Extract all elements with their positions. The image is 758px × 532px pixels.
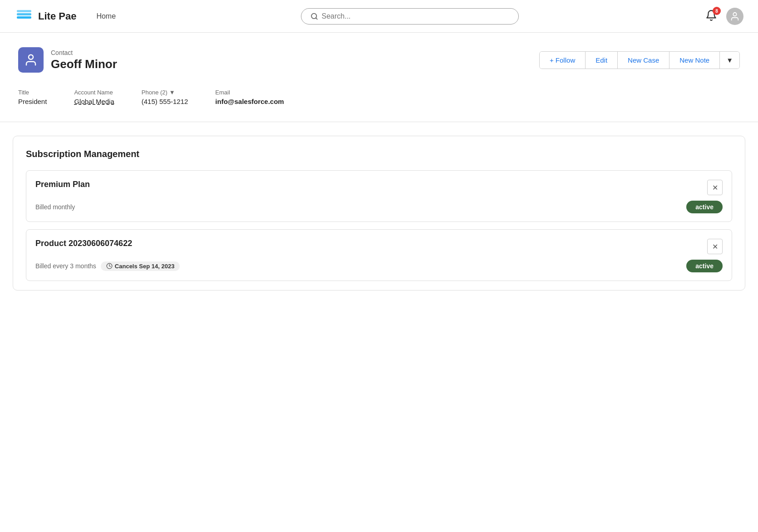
logo-icon [15, 7, 34, 26]
header: Lite Pae Home 8 [0, 0, 758, 33]
contact-section: Contact Geoff Minor + Follow Edit New Ca… [0, 33, 758, 85]
contact-avatar [18, 47, 44, 73]
title-field: Title President [18, 89, 47, 105]
follow-button[interactable]: + Follow [540, 52, 586, 69]
user-avatar-button[interactable] [726, 8, 743, 25]
account-value[interactable]: Global Media [74, 98, 114, 105]
card-2-footer: Billed every 3 months Cancels Sep 14, 20… [35, 260, 723, 272]
header-actions: 8 [704, 8, 743, 25]
card-1-close-button[interactable]: ✕ [707, 180, 723, 195]
new-note-button[interactable]: New Note [669, 52, 720, 69]
search-input[interactable] [322, 12, 509, 20]
close-icon: ✕ [712, 183, 718, 192]
card-2-title: Product 20230606074622 [35, 239, 132, 248]
card-2-close-button[interactable]: ✕ [707, 239, 723, 254]
email-value[interactable]: info@salesforce.com [215, 98, 284, 105]
phone-label: Phone (2) ▼ [142, 89, 188, 96]
card-2-subtitle: Billed every 3 months Cancels Sep 14, 20… [35, 261, 180, 271]
phone-value: (415) 555-1212 [142, 98, 188, 105]
search-area [127, 8, 693, 25]
subscription-card-2: Product 20230606074622 ✕ Billed every 3 … [26, 229, 732, 281]
search-bar [301, 8, 519, 25]
account-label: Account Name [74, 89, 114, 96]
close-icon: ✕ [712, 242, 718, 251]
title-value: President [18, 98, 47, 105]
edit-button[interactable]: Edit [586, 52, 618, 69]
contact-info: Contact Geoff Minor [51, 49, 117, 71]
subscription-section: Subscription Management Premium Plan ✕ B… [13, 136, 745, 291]
contact-fields: Title President Account Name Global Medi… [0, 85, 758, 122]
contact-left: Contact Geoff Minor [18, 47, 117, 73]
search-icon [310, 12, 318, 20]
logo-text: Lite Pae [38, 10, 76, 22]
clock-icon [106, 263, 113, 269]
cancel-badge: Cancels Sep 14, 2023 [101, 261, 180, 271]
svg-rect-2 [17, 16, 31, 19]
svg-line-5 [315, 18, 317, 19]
card-2-header: Product 20230606074622 ✕ [35, 239, 723, 254]
notification-badge: 8 [713, 7, 721, 15]
contact-icon [24, 53, 38, 67]
subscription-title: Subscription Management [26, 149, 732, 159]
contact-label: Contact [51, 49, 117, 56]
card-1-status-badge: active [686, 201, 723, 213]
card-1-subtitle: Billed monthly [35, 203, 75, 211]
account-field: Account Name Global Media [74, 89, 114, 105]
chevron-down-icon: ▼ [726, 56, 733, 64]
email-label: Email [215, 89, 284, 96]
svg-point-7 [29, 55, 33, 59]
svg-point-6 [733, 12, 736, 15]
svg-rect-3 [17, 10, 31, 12]
svg-rect-1 [17, 13, 31, 15]
action-buttons: + Follow Edit New Case New Note ▼ [539, 51, 740, 69]
card-2-status-badge: active [686, 260, 723, 272]
title-label: Title [18, 89, 47, 96]
card-1-title: Premium Plan [35, 180, 90, 189]
more-actions-button[interactable]: ▼ [720, 52, 739, 69]
email-field: Email info@salesforce.com [215, 89, 284, 105]
phone-dropdown-icon[interactable]: ▼ [169, 89, 175, 96]
new-case-button[interactable]: New Case [618, 52, 669, 69]
logo[interactable]: Lite Pae [15, 7, 76, 26]
phone-field: Phone (2) ▼ (415) 555-1212 [142, 89, 188, 105]
subscription-card-1: Premium Plan ✕ Billed monthly active [26, 170, 732, 222]
contact-name: Geoff Minor [51, 57, 117, 71]
card-1-footer: Billed monthly active [35, 201, 723, 213]
notification-button[interactable]: 8 [704, 8, 719, 25]
user-icon [730, 11, 740, 21]
nav-home-link[interactable]: Home [96, 12, 116, 20]
card-1-header: Premium Plan ✕ [35, 180, 723, 195]
